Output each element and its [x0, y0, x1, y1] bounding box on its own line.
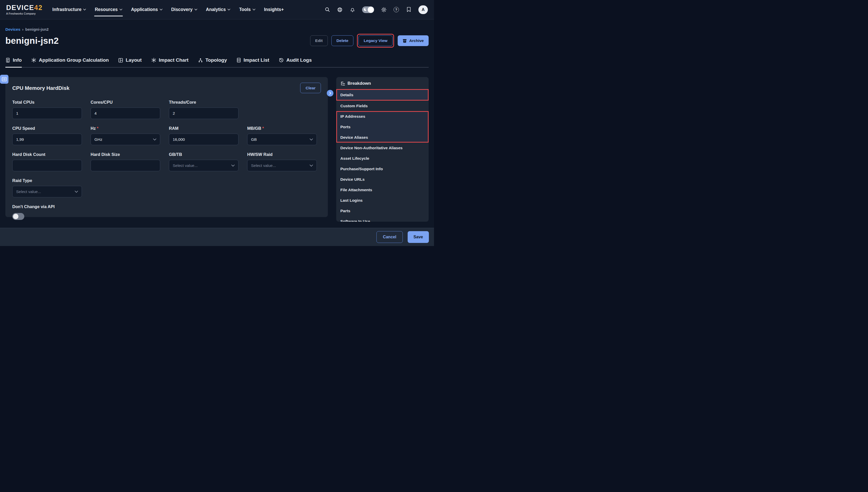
hard-disk-size-input[interactable]	[91, 160, 160, 171]
hz-select[interactable]: GHz	[91, 133, 160, 145]
toggle-label: Don't Change via API	[12, 204, 321, 209]
ram-input[interactable]	[169, 133, 238, 145]
globe-icon[interactable]	[337, 7, 343, 13]
document-icon	[5, 57, 10, 63]
breakdown-header: Breakdown	[336, 77, 429, 89]
save-button[interactable]: Save	[408, 231, 429, 243]
sidebar-item-custom-fields[interactable]: Custom Fields	[336, 101, 429, 111]
menu-infrastructure[interactable]: Infrastructure	[52, 5, 86, 14]
network-icon	[151, 57, 156, 63]
clear-button[interactable]: Clear	[300, 83, 321, 93]
chevron-down-icon	[153, 139, 156, 141]
dont-change-via-api-block: Don't Change via API	[12, 204, 321, 220]
device-detail-screen: DEVICE42 A Freshworks Company Infrastruc…	[0, 0, 434, 246]
chevron-down-icon	[231, 165, 235, 167]
field-gb-tb: GB/TB Select value...	[169, 152, 238, 171]
threads-per-core-input[interactable]	[169, 107, 238, 119]
sidebar-item-device-aliases[interactable]: Device Aliases	[336, 132, 429, 143]
tab-application-group-calculation[interactable]: Application Group Calculation	[31, 57, 109, 67]
chevron-down-icon	[83, 9, 86, 10]
cpu-speed-input[interactable]	[12, 133, 82, 145]
breadcrumb-devices-link[interactable]: Devices	[5, 27, 21, 32]
cores-per-cpu-input[interactable]	[91, 107, 160, 119]
required-mark: *	[262, 126, 264, 130]
card-header: CPU Memory HardDisk Clear	[12, 83, 321, 93]
side-list-toggle-button[interactable]	[0, 75, 8, 84]
menu-resources[interactable]: Resources	[95, 5, 122, 14]
sidebar-item-asset-lifecycle[interactable]: Asset Lifecycle	[336, 153, 429, 164]
sidebar-item-parts[interactable]: Parts	[336, 205, 429, 216]
theme-toggle[interactable]	[362, 6, 374, 13]
form-grid: Total CPUs Cores/CPU Threads/Core CPU Sp…	[12, 100, 321, 197]
sidebar-item-ip-addresses[interactable]: IP Addresses	[336, 111, 429, 122]
tab-impact-list[interactable]: Impact List	[236, 57, 269, 67]
tab-info[interactable]: Info	[5, 57, 22, 67]
moon-icon	[363, 8, 367, 11]
sidebar-item-purchase-support-info[interactable]: Purchase/Support Info	[336, 164, 429, 174]
user-avatar[interactable]: A	[418, 5, 428, 14]
title-row: benigni-jsn2 Edit Delete Legacy View Arc…	[5, 34, 429, 48]
hw-sw-raid-select[interactable]: Select value...	[247, 160, 317, 171]
legacy-view-annotation-box: Legacy View	[357, 34, 394, 48]
delete-button[interactable]: Delete	[331, 35, 354, 46]
toggle-knob	[13, 214, 19, 219]
chevron-down-icon	[195, 9, 197, 10]
dont-change-via-api-toggle[interactable]	[12, 213, 24, 220]
logo-text-e: E	[29, 4, 34, 11]
chevron-down-icon	[310, 139, 313, 141]
legacy-view-button[interactable]: Legacy View	[358, 35, 392, 46]
layout-grid-icon	[118, 58, 123, 63]
raid-type-select[interactable]: Select value...	[12, 186, 82, 197]
chevron-down-icon	[310, 165, 313, 167]
tab-layout[interactable]: Layout	[118, 57, 142, 67]
page-title: benigni-jsn2	[5, 35, 59, 46]
breadcrumb-current: benigni-jsn2	[25, 27, 49, 32]
menu-discovery[interactable]: Discovery	[171, 5, 197, 14]
help-icon[interactable]: ?	[393, 7, 399, 12]
menu-insights[interactable]: Insights+	[264, 5, 284, 14]
total-cpus-input[interactable]	[12, 107, 82, 119]
gb-tb-select[interactable]: Select value...	[169, 160, 238, 171]
search-icon[interactable]	[325, 7, 330, 13]
hard-disk-count-input[interactable]	[12, 160, 82, 171]
sidebar-item-file-attachments[interactable]: File Attachments	[336, 184, 429, 195]
content-row: CPU Memory HardDisk Clear Total CPUs Cor…	[5, 77, 429, 222]
archive-icon	[403, 39, 407, 43]
field-cpu-speed: CPU Speed	[12, 126, 82, 145]
field-cores-per-cpu: Cores/CPU	[91, 100, 160, 119]
menu-analytics[interactable]: Analytics	[206, 5, 231, 14]
tab-topology[interactable]: Topology	[198, 57, 227, 67]
device42-logo[interactable]: DEVICE42 A Freshworks Company	[6, 4, 43, 15]
mb-gb-select[interactable]: GB	[247, 133, 317, 145]
tab-impact-chart[interactable]: Impact Chart	[151, 57, 188, 67]
sidebar-item-device-urls[interactable]: Device URLs	[336, 174, 429, 184]
chevron-down-icon	[253, 9, 255, 10]
sidebar-item-last-logins[interactable]: Last Logins	[336, 195, 429, 205]
archive-button[interactable]: Archive	[398, 35, 429, 46]
edit-button[interactable]: Edit	[310, 35, 328, 46]
cpu-memory-harddisk-card: CPU Memory HardDisk Clear Total CPUs Cor…	[5, 77, 328, 217]
tab-bar: Info Application Group Calculation Layou…	[5, 57, 429, 68]
sidebar-item-details[interactable]: Details	[336, 89, 429, 101]
settings-gear-icon[interactable]	[381, 7, 387, 13]
sidebar-item-device-non-authoritative-aliases[interactable]: Device Non-Authoritative Aliases	[336, 143, 429, 153]
navbar-actions: ? A	[325, 5, 428, 14]
page-body: Devices › benigni-jsn2 benigni-jsn2 Edit…	[0, 20, 434, 222]
sidebar-item-ports[interactable]: Ports	[336, 122, 429, 132]
notifications-bell-icon[interactable]	[350, 7, 355, 13]
field-total-cpus: Total CPUs	[12, 100, 82, 119]
cancel-button[interactable]: Cancel	[377, 231, 403, 243]
sidebar-item-software-in-use[interactable]: Software In Use	[336, 216, 429, 222]
toggle-knob	[368, 7, 374, 13]
tab-audit-logs[interactable]: Audit Logs	[279, 57, 312, 67]
collapse-panel-button[interactable]	[327, 90, 333, 97]
main-menu: Infrastructure Resources Applications Di…	[52, 5, 284, 14]
bookmark-icon[interactable]	[406, 7, 411, 13]
logo-text: DEVIC	[6, 4, 29, 11]
field-ram: RAM	[169, 126, 238, 145]
chevron-right-icon	[329, 92, 331, 95]
breakdown-tree-icon	[340, 81, 346, 86]
menu-applications[interactable]: Applications	[131, 5, 162, 14]
menu-tools[interactable]: Tools	[239, 5, 255, 14]
required-mark: *	[97, 126, 98, 130]
